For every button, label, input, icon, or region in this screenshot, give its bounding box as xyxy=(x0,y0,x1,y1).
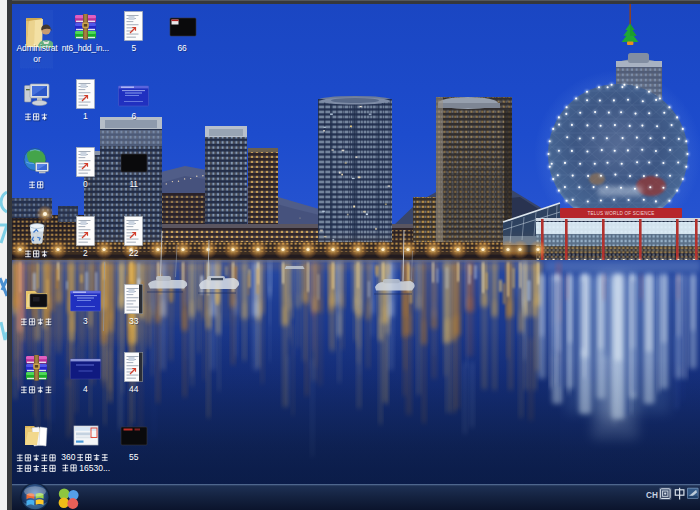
svg-text:TELUS WORLD OF SCIENCE: TELUS WORLD OF SCIENCE xyxy=(588,211,655,216)
svg-text:CH: CH xyxy=(646,491,658,500)
